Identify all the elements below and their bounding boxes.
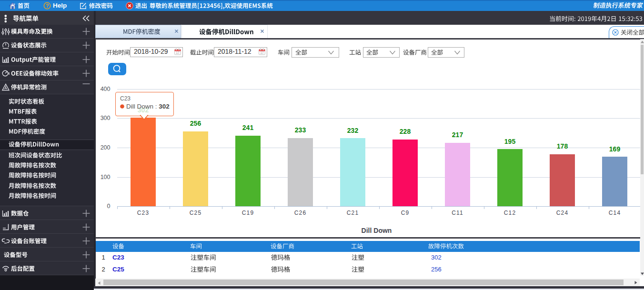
svg-text:?: ? — [46, 3, 49, 9]
svg-text:17: 17 — [176, 51, 180, 54]
svg-text:17: 17 — [260, 51, 264, 54]
